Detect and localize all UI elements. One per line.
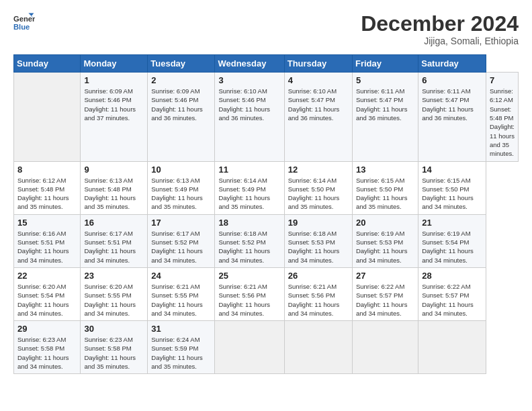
day-number: 24 [151,271,211,281]
table-row: 31 Sunrise: 6:24 AMSunset: 5:59 PMDaylig… [148,321,215,374]
table-row: 30 Sunrise: 6:23 AMSunset: 5:58 PMDaylig… [81,321,148,374]
page: General Blue December 2024 Jijiga, Somal… [0,0,532,381]
table-row: 26 Sunrise: 6:21 AMSunset: 5:56 PMDaylig… [284,267,352,320]
header: General Blue December 2024 Jijiga, Somal… [13,12,519,46]
day-number: 27 [356,271,414,281]
day-number: 19 [288,218,349,228]
day-detail: Sunrise: 6:15 AMSunset: 5:50 PMDaylight:… [356,177,408,211]
table-row: 7 Sunrise: 6:12 AMSunset: 5:48 PMDayligh… [486,73,519,161]
day-detail: Sunrise: 6:12 AMSunset: 5:48 PMDaylight:… [490,87,515,157]
day-detail: Sunrise: 6:12 AMSunset: 5:48 PMDaylight:… [17,177,69,211]
col-friday: Friday [352,55,418,73]
day-detail: Sunrise: 6:09 AMSunset: 5:46 PMDaylight:… [151,87,203,122]
table-row: 9 Sunrise: 6:13 AMSunset: 5:48 PMDayligh… [81,161,148,214]
day-detail: Sunrise: 6:10 AMSunset: 5:47 PMDaylight:… [288,87,340,122]
day-number: 28 [422,271,482,281]
logo: General Blue [13,12,35,34]
day-number: 9 [84,165,144,175]
table-row [418,321,486,374]
day-number: 4 [288,75,349,85]
day-detail: Sunrise: 6:17 AMSunset: 5:52 PMDaylight:… [151,230,203,264]
day-number: 26 [288,271,349,281]
day-detail: Sunrise: 6:23 AMSunset: 5:58 PMDaylight:… [84,336,136,370]
day-detail: Sunrise: 6:17 AMSunset: 5:51 PMDaylight:… [84,230,136,264]
table-row: 15 Sunrise: 6:16 AMSunset: 5:51 PMDaylig… [14,214,81,267]
day-detail: Sunrise: 6:22 AMSunset: 5:57 PMDaylight:… [422,283,474,317]
calendar-week-1: 8 Sunrise: 6:12 AMSunset: 5:48 PMDayligh… [14,161,519,214]
day-detail: Sunrise: 6:10 AMSunset: 5:46 PMDaylight:… [218,87,270,122]
day-number: 8 [17,165,77,175]
day-detail: Sunrise: 6:21 AMSunset: 5:56 PMDaylight:… [218,283,270,317]
table-row: 22 Sunrise: 6:20 AMSunset: 5:54 PMDaylig… [14,267,81,320]
day-detail: Sunrise: 6:15 AMSunset: 5:50 PMDaylight:… [422,177,474,211]
table-row: 18 Sunrise: 6:18 AMSunset: 5:52 PMDaylig… [215,214,284,267]
table-row [352,321,418,374]
table-row: 14 Sunrise: 6:15 AMSunset: 5:50 PMDaylig… [418,161,486,214]
svg-text:General: General [13,15,35,23]
day-detail: Sunrise: 6:20 AMSunset: 5:54 PMDaylight:… [17,283,69,317]
table-row: 8 Sunrise: 6:12 AMSunset: 5:48 PMDayligh… [14,161,81,214]
day-number: 16 [84,218,144,228]
day-number: 15 [17,218,77,228]
table-row: 29 Sunrise: 6:23 AMSunset: 5:58 PMDaylig… [14,321,81,374]
day-number: 12 [288,165,349,175]
table-row [215,321,284,374]
col-tuesday: Tuesday [148,55,215,73]
day-number: 21 [422,218,482,228]
day-detail: Sunrise: 6:18 AMSunset: 5:52 PMDaylight:… [218,230,270,264]
table-row: 27 Sunrise: 6:22 AMSunset: 5:57 PMDaylig… [352,267,418,320]
day-detail: Sunrise: 6:11 AMSunset: 5:47 PMDaylight:… [422,87,474,122]
col-sunday: Sunday [14,55,81,73]
calendar-week-4: 29 Sunrise: 6:23 AMSunset: 5:58 PMDaylig… [14,321,519,374]
day-number: 5 [356,75,414,85]
day-number: 2 [151,75,211,85]
day-detail: Sunrise: 6:14 AMSunset: 5:50 PMDaylight:… [288,177,340,211]
table-row: 2 Sunrise: 6:09 AMSunset: 5:46 PMDayligh… [148,73,215,161]
table-row: 1 Sunrise: 6:09 AMSunset: 5:46 PMDayligh… [81,73,148,161]
day-detail: Sunrise: 6:19 AMSunset: 5:53 PMDaylight:… [356,230,408,264]
header-row: Sunday Monday Tuesday Wednesday Thursday… [14,55,519,73]
table-row: 11 Sunrise: 6:14 AMSunset: 5:49 PMDaylig… [215,161,284,214]
day-number: 1 [84,75,144,85]
day-number: 29 [17,324,77,334]
day-number: 30 [84,324,144,334]
calendar-title: December 2024 [361,12,519,36]
day-detail: Sunrise: 6:21 AMSunset: 5:56 PMDaylight:… [288,283,340,317]
day-detail: Sunrise: 6:23 AMSunset: 5:58 PMDaylight:… [17,336,69,370]
table-row: 6 Sunrise: 6:11 AMSunset: 5:47 PMDayligh… [418,73,486,161]
day-detail: Sunrise: 6:14 AMSunset: 5:49 PMDaylight:… [218,177,270,211]
col-wednesday: Wednesday [215,55,284,73]
day-number: 7 [490,75,515,85]
table-row: 28 Sunrise: 6:22 AMSunset: 5:57 PMDaylig… [418,267,486,320]
col-saturday: Saturday [418,55,486,73]
day-number: 3 [218,75,280,85]
table-row [284,321,352,374]
day-detail: Sunrise: 6:19 AMSunset: 5:54 PMDaylight:… [422,230,474,264]
col-monday: Monday [81,55,148,73]
day-number: 20 [356,218,414,228]
table-row: 5 Sunrise: 6:11 AMSunset: 5:47 PMDayligh… [352,73,418,161]
day-detail: Sunrise: 6:09 AMSunset: 5:46 PMDaylight:… [84,87,136,122]
table-row: 12 Sunrise: 6:14 AMSunset: 5:50 PMDaylig… [284,161,352,214]
day-number: 14 [422,165,482,175]
table-row: 25 Sunrise: 6:21 AMSunset: 5:56 PMDaylig… [215,267,284,320]
table-row: 4 Sunrise: 6:10 AMSunset: 5:47 PMDayligh… [284,73,352,161]
logo-icon: General Blue [13,12,35,34]
day-number: 25 [218,271,280,281]
title-block: December 2024 Jijiga, Somali, Ethiopia [361,12,519,46]
day-detail: Sunrise: 6:21 AMSunset: 5:55 PMDaylight:… [151,283,203,317]
day-detail: Sunrise: 6:24 AMSunset: 5:59 PMDaylight:… [151,336,203,370]
svg-text:Blue: Blue [13,23,30,31]
calendar-table: Sunday Monday Tuesday Wednesday Thursday… [13,54,519,374]
table-row: 13 Sunrise: 6:15 AMSunset: 5:50 PMDaylig… [352,161,418,214]
day-number: 22 [17,271,77,281]
table-row: 16 Sunrise: 6:17 AMSunset: 5:51 PMDaylig… [81,214,148,267]
table-row: 20 Sunrise: 6:19 AMSunset: 5:53 PMDaylig… [352,214,418,267]
table-row [14,73,81,161]
calendar-week-0: 1 Sunrise: 6:09 AMSunset: 5:46 PMDayligh… [14,73,519,161]
day-detail: Sunrise: 6:11 AMSunset: 5:47 PMDaylight:… [356,87,408,122]
calendar-subtitle: Jijiga, Somali, Ethiopia [361,36,519,46]
day-number: 17 [151,218,211,228]
calendar-week-3: 22 Sunrise: 6:20 AMSunset: 5:54 PMDaylig… [14,267,519,320]
day-detail: Sunrise: 6:13 AMSunset: 5:49 PMDaylight:… [151,177,203,211]
